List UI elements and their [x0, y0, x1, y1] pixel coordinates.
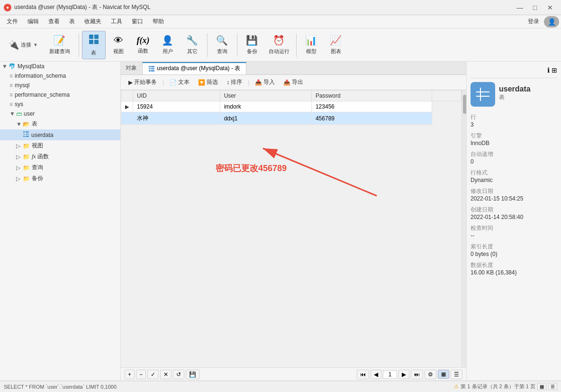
cell-password-2[interactable]: 456789 [311, 112, 432, 125]
table-icon-mysql: ≡ [9, 82, 13, 89]
refresh-btn[interactable]: ↺ [173, 370, 184, 379]
table-row[interactable]: 水神 ddxj1 456789 [121, 112, 461, 125]
sidebar-item-backups-folder[interactable]: ▷ 📁 备份 [0, 173, 120, 184]
sort-btn[interactable]: ↕ 排序 [223, 77, 246, 88]
rp-value-1: InnoDB [471, 140, 557, 146]
rp-label-1: 引擎 [471, 132, 557, 140]
col-password[interactable]: Password [311, 91, 432, 101]
grid-status-btn[interactable]: ▦ [537, 383, 546, 390]
col-uid[interactable]: UID [133, 91, 220, 101]
toolbar-backup-btn[interactable]: 💾 备份 [240, 31, 264, 59]
menu-favorites[interactable]: 收藏夹 [80, 16, 106, 27]
annotation-area: 密码已更改456789 [121, 125, 461, 219]
svg-rect-14 [476, 88, 489, 101]
first-page-btn[interactable]: ⏮ [357, 370, 369, 379]
sidebar-label-user: user [24, 110, 35, 117]
confirm-btn[interactable]: ✓ [147, 370, 159, 379]
rp-label-3: 行格式 [471, 169, 557, 177]
sidebar-item-userdata[interactable]: userdata [0, 129, 120, 140]
tables-folder-icon: 📂 [23, 121, 30, 128]
menu-table[interactable]: 表 [64, 16, 80, 27]
func-icon: f(x) [136, 36, 149, 46]
sidebar-item-mysql[interactable]: ≡ mysql [0, 81, 120, 90]
toolbar-model-btn[interactable]: 📊 模型 [299, 31, 323, 59]
user-avatar[interactable]: 👤 [544, 16, 559, 27]
cancel-row-btn[interactable]: ✕ [160, 370, 172, 379]
filter-btn[interactable]: 🔽 筛选 [194, 77, 222, 88]
begin-trans-label: 开始事务 [134, 78, 157, 86]
begin-transaction-btn[interactable]: ▶ 开始事务 [125, 77, 161, 88]
toolbar-table-btn[interactable]: 表 [82, 31, 106, 59]
sidebar-item-tables-folder[interactable]: ▼ 📂 表 [0, 119, 120, 129]
expand-panel-icon[interactable]: ⊞ [552, 66, 557, 74]
toolbar-sep-4 [296, 33, 297, 57]
cell-password-1[interactable]: 123456 [311, 101, 432, 112]
sidebar: ▼ 🐬 MysqlData ≡ information_schema ≡ mys… [0, 62, 121, 381]
toolbar-query-btn[interactable]: 🔍 查询 [210, 31, 234, 59]
menu-file[interactable]: 文件 [2, 16, 23, 27]
arrow-svg [244, 139, 386, 210]
menu-window[interactable]: 窗口 [127, 16, 148, 27]
login-button[interactable]: 登录 [523, 16, 544, 27]
page-input[interactable] [383, 370, 397, 379]
add-row-btn[interactable]: + [125, 370, 135, 379]
settings-btn[interactable]: ⚙ [425, 370, 436, 379]
export-btn[interactable]: 📤 导出 [280, 77, 307, 88]
list-view-btn[interactable]: ☰ [451, 370, 462, 379]
cell-user-1[interactable]: imdork [220, 101, 311, 112]
sidebar-item-mysqldata[interactable]: ▼ 🐬 MysqlData [0, 62, 120, 71]
maximize-button[interactable]: □ [528, 2, 542, 13]
remove-row-btn[interactable]: − [136, 370, 146, 379]
sidebar-item-funcs-folder[interactable]: ▷ 📁 fx 函数 [0, 151, 120, 162]
begin-trans-icon: ▶ [128, 79, 133, 86]
view-label: 视图 [113, 48, 124, 55]
toolbar-newquery-btn[interactable]: 📝 新建查询 [45, 33, 74, 57]
last-page-btn[interactable]: ⏭ [411, 370, 423, 379]
vertical-scrollbar[interactable] [461, 90, 466, 367]
save-btn[interactable]: 💾 [186, 370, 199, 379]
sidebar-item-user-db[interactable]: ▼ 🗃 user [0, 109, 120, 119]
toolbar-view-btn[interactable]: 👁 视图 [107, 31, 130, 59]
text-btn[interactable]: 📄 文本 [166, 77, 193, 88]
toolbar-other-btn[interactable]: 🔧 其它 [181, 31, 204, 59]
menu-help[interactable]: 帮助 [148, 16, 169, 27]
menu-edit[interactable]: 编辑 [23, 16, 44, 27]
import-btn[interactable]: 📥 导入 [251, 77, 279, 88]
tab-userdata[interactable]: userdata @user (MysqlData) - 表 [142, 62, 246, 74]
warning-icon: ⚠ [454, 383, 459, 390]
table-icon: ≡ [9, 73, 13, 79]
filter-icon: 🔽 [198, 79, 205, 86]
grid-view-btn[interactable]: ▦ [438, 370, 449, 379]
rp-field-rows: 行 3 引擎 InnoDB 自动递增 0 行格式 Dynamic 修改日期 20… [471, 113, 557, 276]
expand-user-icon: ▼ [9, 110, 15, 117]
db-icon: 🐬 [9, 63, 16, 70]
table-row[interactable]: ▶ 15924 imdork 123456 [121, 101, 461, 112]
prev-page-btn[interactable]: ◀ [371, 370, 381, 379]
menu-view[interactable]: 查看 [44, 16, 64, 27]
expand-backups-icon: ▷ [16, 175, 22, 182]
backups-folder-icon: 📁 [23, 175, 30, 182]
sidebar-item-sys[interactable]: ≡ sys [0, 100, 120, 109]
toolbar-func-btn[interactable]: f(x) 函数 [131, 31, 155, 59]
sidebar-item-views-folder[interactable]: ▷ 📁 视图 [0, 140, 120, 151]
cell-user-2[interactable]: ddxj1 [220, 112, 311, 125]
minimize-button[interactable]: — [513, 2, 527, 13]
sidebar-item-information-schema[interactable]: ≡ information_schema [0, 71, 120, 81]
sidebar-item-queries-folder[interactable]: ▷ 📁 查询 [0, 162, 120, 173]
toolbar-autorun-btn[interactable]: ⏰ 自动运行 [265, 31, 293, 59]
tab-section-objects[interactable]: 对象 [123, 63, 140, 73]
cell-uid-2[interactable]: 水神 [133, 112, 220, 125]
toolbar-user-btn[interactable]: 👤 用户 [156, 31, 180, 59]
menu-tools[interactable]: 工具 [106, 16, 127, 27]
info-icon[interactable]: ℹ [547, 66, 550, 74]
list-status-btn[interactable]: ☰ [548, 383, 557, 390]
cell-uid-1[interactable]: 15924 [133, 101, 220, 112]
close-button[interactable]: ✕ [543, 2, 557, 13]
table-scroll[interactable]: UID User Password ▶ 15924 imdork 123456 [121, 90, 461, 367]
sidebar-item-performance-schema[interactable]: ≡ performance_schema [0, 90, 120, 100]
rp-row-5: 创建日期 2022-01-14 20:58:40 [471, 206, 557, 220]
toolbar-chart-btn[interactable]: 📈 图表 [324, 31, 348, 59]
toolbar-connect-btn[interactable]: 🔌 连接 ▼ [6, 33, 41, 57]
next-page-btn[interactable]: ▶ [398, 370, 409, 379]
col-user[interactable]: User [220, 91, 311, 101]
